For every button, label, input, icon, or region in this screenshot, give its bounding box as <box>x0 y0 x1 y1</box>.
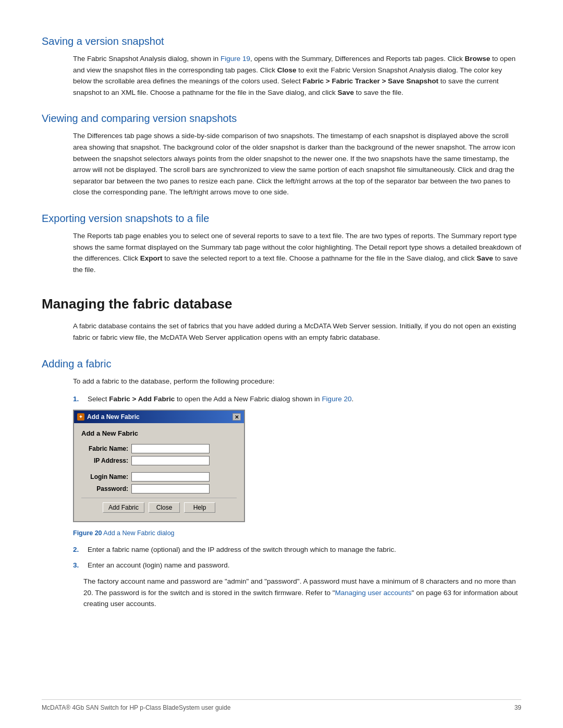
step-1-num: 1. <box>73 394 88 404</box>
browse-bold: Browse <box>464 55 490 63</box>
section-exporting: Exporting version snapshots to a file Th… <box>42 211 521 275</box>
section-saving: Saving a version snapshot The Fabric Sna… <box>42 33 521 98</box>
body-text-saving: The Fabric Snapshot Analysis dialog, sho… <box>73 53 521 98</box>
figure-caption: Figure 20 Add a New Fabric dialog <box>73 528 521 538</box>
close-dialog-button[interactable]: Close <box>149 502 180 513</box>
add-fabric-button[interactable]: Add Fabric <box>103 502 144 513</box>
dialog-close-button[interactable]: ✕ <box>232 413 241 421</box>
login-name-input[interactable] <box>131 472 210 482</box>
login-name-label: Login Name: <box>81 472 128 482</box>
section-viewing: Viewing and comparing version snapshots … <box>42 110 521 198</box>
dialog-section-title: Add a New Fabric <box>81 428 237 439</box>
step-1: 1. Select Fabric > Add Fabric to open th… <box>73 394 521 404</box>
footer-title: McDATA® 4Gb SAN Switch for HP p-Class Bl… <box>42 703 230 712</box>
figure-num: Figure 20 <box>73 529 102 537</box>
section-heading-adding: Adding a fabric <box>42 356 521 372</box>
dialog-body: Add a New Fabric Fabric Name: IP Address… <box>74 423 244 521</box>
page-footer: McDATA® 4Gb SAN Switch for HP p-Class Bl… <box>42 699 521 712</box>
body-text-viewing: The Differences tab page shows a side-by… <box>73 130 521 198</box>
save-bold: Save <box>338 89 354 96</box>
figure19-link[interactable]: Figure 19 <box>221 55 250 63</box>
section-managing: Managing the fabric database A fabric da… <box>42 294 521 343</box>
help-button[interactable]: Help <box>184 502 215 513</box>
dialog-row-fabric-name: Fabric Name: <box>81 444 237 453</box>
adding-fabric-intro: To add a fabric to the database, perform… <box>73 376 521 387</box>
footer-page: 39 <box>515 703 521 712</box>
fabric-name-label: Fabric Name: <box>81 444 128 453</box>
dialog-buttons: Add Fabric Close Help <box>81 498 237 516</box>
password-label: Password: <box>81 484 128 493</box>
step3-body: The factory account name and password ar… <box>83 576 521 610</box>
page: Saving a version snapshot The Fabric Sna… <box>0 0 563 728</box>
dialog-titlebar-left: ✦ Add a New Fabric <box>77 412 140 422</box>
add-fabric-menu-bold: Fabric > Add Fabric <box>109 395 175 403</box>
dialog-row-login-name: Login Name: <box>81 472 237 482</box>
dialog-title-text: Add a New Fabric <box>87 412 140 422</box>
fabric-name-input[interactable] <box>131 444 210 453</box>
dialog-row-ip-address: IP Address: <box>81 456 237 465</box>
step-3-num: 3. <box>73 560 88 571</box>
body-text-managing: A fabric database contains the set of fa… <box>73 320 521 343</box>
step-1-content: Select Fabric > Add Fabric to open the A… <box>88 394 521 404</box>
password-input[interactable] <box>131 484 210 493</box>
step-2-num: 2. <box>73 545 88 555</box>
step-3: 3. Enter an account (login) name and pas… <box>73 560 521 571</box>
step-2-content: Enter a fabric name (optional) and the I… <box>88 545 521 555</box>
ip-address-input[interactable] <box>131 456 210 465</box>
add-new-fabric-dialog: ✦ Add a New Fabric ✕ Add a New Fabric Fa… <box>73 410 245 522</box>
section-heading-saving: Saving a version snapshot <box>42 33 521 49</box>
numbered-list: 1. Select Fabric > Add Fabric to open th… <box>73 394 521 404</box>
body-text-exporting: The Reports tab page enables you to sele… <box>73 230 521 275</box>
figure20-link-step1[interactable]: Figure 20 <box>322 395 351 403</box>
step-2: 2. Enter a fabric name (optional) and th… <box>73 545 521 555</box>
ip-address-label: IP Address: <box>81 456 128 465</box>
section-adding-fabric: Adding a fabric To add a fabric to the d… <box>42 356 521 610</box>
dialog-app-icon: ✦ <box>77 413 84 421</box>
dialog-row-password: Password: <box>81 484 237 493</box>
section-heading-exporting: Exporting version snapshots to a file <box>42 211 521 226</box>
save-bold-2: Save <box>476 254 493 262</box>
numbered-list-2: 2. Enter a fabric name (optional) and th… <box>73 545 521 571</box>
managing-user-accounts-link[interactable]: Managing user accounts <box>335 589 412 597</box>
dialog-titlebar: ✦ Add a New Fabric ✕ <box>74 411 244 423</box>
save-snapshot-bold: Fabric > Fabric Tracker > Save Snapshot <box>303 77 438 85</box>
section-heading-viewing: Viewing and comparing version snapshots <box>42 110 521 126</box>
figure-caption-text: Add a New Fabric dialog <box>102 529 175 537</box>
close-bold: Close <box>277 66 297 74</box>
section-heading-managing: Managing the fabric database <box>42 294 521 314</box>
export-bold: Export <box>140 254 163 262</box>
dialog-wrapper: ✦ Add a New Fabric ✕ Add a New Fabric Fa… <box>73 410 521 522</box>
step-3-content: Enter an account (login) name and passwo… <box>88 560 521 571</box>
